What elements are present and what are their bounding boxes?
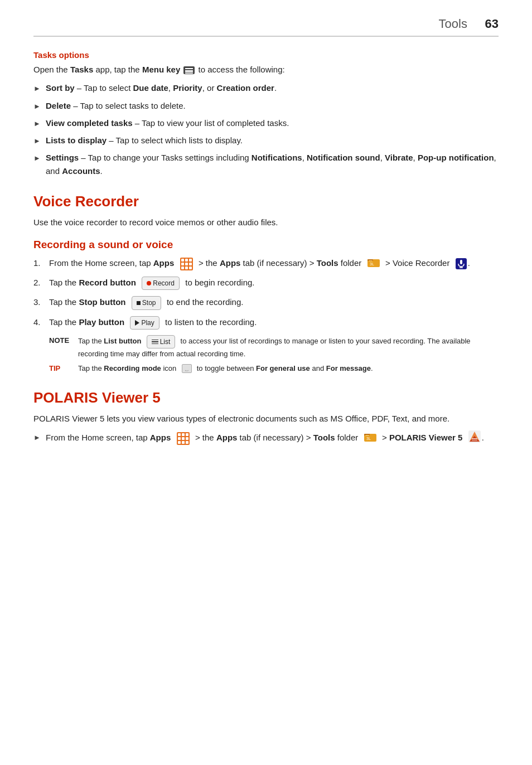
voice-recorder-intro: Use the voice recorder to record voice m… bbox=[33, 216, 499, 229]
recording-mode-icon: ⎵ bbox=[182, 364, 192, 373]
tasks-options-heading: Tasks options bbox=[33, 50, 499, 60]
list-item-text: Settings – Tap to change your Tasks sett… bbox=[46, 151, 499, 177]
list-button-label: List bbox=[160, 337, 171, 347]
apps-icon bbox=[180, 258, 193, 270]
list-item-text: View completed tasks – Tap to view your … bbox=[46, 117, 289, 129]
apps-icon-2 bbox=[177, 432, 190, 445]
step-4: 4. Tap the Play button Play to listen to… bbox=[33, 316, 499, 330]
page-number: 63 bbox=[485, 17, 499, 31]
voice-recorder-heading: Voice Recorder bbox=[33, 193, 499, 210]
svg-text:3L: 3L bbox=[366, 437, 371, 440]
tip-row: TIP Tap the Recording mode icon ⎵ to tog… bbox=[49, 363, 499, 374]
step-number: 2. bbox=[33, 276, 49, 289]
list-item-text: Sort by – Tap to select Due date, Priori… bbox=[46, 81, 277, 94]
tip-label: TIP bbox=[49, 363, 78, 374]
list-item-text: Lists to display – Tap to select which l… bbox=[46, 134, 243, 147]
stop-button-label: Stop bbox=[142, 298, 156, 308]
step-number: 4. bbox=[33, 316, 49, 328]
step-text: Tap the Play button Play to listen to th… bbox=[49, 316, 257, 330]
list-item: ► View completed tasks – Tap to view you… bbox=[33, 117, 499, 129]
tasks-word: Tasks bbox=[70, 65, 93, 74]
step-2: 2. Tap the Record button Record to begin… bbox=[33, 276, 499, 290]
list-item: ► From the Home screen, tap Apps > the A… bbox=[33, 430, 499, 446]
svg-rect-10 bbox=[365, 435, 369, 436]
step-number: 1. bbox=[33, 256, 49, 269]
record-button-label: Record bbox=[153, 278, 175, 289]
polaris-app-icon bbox=[468, 430, 481, 446]
polaris-section: POLARIS Viewer 5 POLARIS Viewer 5 lets y… bbox=[33, 389, 499, 447]
note-label: NOTE bbox=[49, 335, 78, 346]
bullet-arrow: ► bbox=[33, 135, 41, 147]
play-button[interactable]: Play bbox=[130, 316, 159, 330]
tools-folder-icon-2: 3L bbox=[364, 432, 376, 445]
tasks-options-section: Tasks options Open the Tasks app, tap th… bbox=[33, 50, 499, 177]
play-button-label: Play bbox=[141, 318, 154, 328]
record-dot-icon bbox=[147, 281, 151, 285]
list-icon bbox=[152, 339, 158, 345]
play-triangle-icon bbox=[135, 320, 139, 326]
page: Tools 63 Tasks options Open the Tasks ap… bbox=[0, 0, 532, 765]
recording-steps: 1. From the Home screen, tap Apps > the … bbox=[33, 256, 499, 330]
page-section-title: Tools bbox=[439, 17, 467, 31]
step-3: 3. Tap the Stop button Stop to end the r… bbox=[33, 296, 499, 309]
top-bar-divider bbox=[477, 18, 481, 31]
note-text: Tap the List button List to access your … bbox=[78, 335, 499, 360]
polaris-list: ► From the Home screen, tap Apps > the A… bbox=[33, 430, 499, 446]
stop-button[interactable]: Stop bbox=[132, 296, 161, 310]
svg-text:3L: 3L bbox=[370, 262, 374, 266]
step-number: 3. bbox=[33, 296, 49, 308]
polaris-intro: POLARIS Viewer 5 lets you view various t… bbox=[33, 412, 499, 425]
stop-square-icon bbox=[137, 301, 141, 305]
list-button[interactable]: List bbox=[147, 335, 176, 348]
list-item-text: From the Home screen, tap Apps > the App… bbox=[46, 430, 484, 446]
list-item: ► Lists to display – Tap to select which… bbox=[33, 134, 499, 147]
list-item-text: Delete – Tap to select tasks to delete. bbox=[46, 99, 186, 112]
bullet-arrow: ► bbox=[33, 153, 41, 164]
list-item: ► Settings – Tap to change your Tasks se… bbox=[33, 151, 499, 177]
bullet-arrow: ► bbox=[33, 101, 41, 112]
top-bar: Tools 63 bbox=[33, 17, 499, 37]
tools-folder-icon: 3L bbox=[367, 257, 380, 270]
step-text: Tap the Record button Record to begin re… bbox=[49, 276, 255, 290]
svg-rect-15 bbox=[472, 438, 477, 439]
list-item: ► Sort by – Tap to select Due date, Prio… bbox=[33, 81, 499, 94]
polaris-heading: POLARIS Viewer 5 bbox=[33, 389, 499, 406]
voice-recorder-app-icon bbox=[456, 258, 467, 269]
svg-rect-5 bbox=[460, 260, 462, 264]
tip-text: Tap the Recording mode icon ⎵ to toggle … bbox=[78, 363, 499, 374]
menu-key-icon bbox=[183, 66, 195, 74]
note-row: NOTE Tap the List button List to access … bbox=[49, 335, 499, 360]
bullet-arrow: ► bbox=[33, 83, 41, 94]
svg-rect-2 bbox=[369, 260, 373, 262]
step-text: Tap the Stop button Stop to end the reco… bbox=[49, 296, 243, 309]
tasks-options-list: ► Sort by – Tap to select Due date, Prio… bbox=[33, 81, 499, 177]
tasks-options-intro: Open the Tasks app, tap the Menu key to … bbox=[33, 63, 499, 76]
step-1: 1. From the Home screen, tap Apps > the … bbox=[33, 256, 499, 270]
list-item: ► Delete – Tap to select tasks to delete… bbox=[33, 99, 499, 112]
record-button[interactable]: Record bbox=[142, 277, 180, 290]
voice-recorder-section: Voice Recorder Use the voice recorder to… bbox=[33, 193, 499, 374]
recording-sound-heading: Recording a sound or voice bbox=[33, 239, 499, 251]
menu-key-word: Menu key bbox=[142, 65, 180, 74]
svg-rect-16 bbox=[472, 440, 477, 441]
bullet-arrow: ► bbox=[33, 118, 41, 129]
step-text: From the Home screen, tap Apps > the App… bbox=[49, 256, 470, 270]
bullet-arrow: ► bbox=[33, 432, 41, 443]
